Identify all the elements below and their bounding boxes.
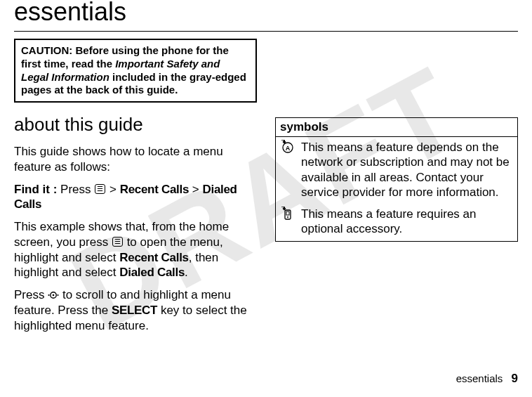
menu-key-icon: ☰ bbox=[95, 184, 105, 194]
svg-point-2 bbox=[48, 294, 50, 295]
footer-label: essentials bbox=[456, 372, 503, 384]
caution-prefix: CAUTION: bbox=[21, 44, 72, 56]
page-footer: essentials 9 bbox=[456, 372, 518, 386]
menu-key-icon: ☰ bbox=[112, 237, 123, 247]
sep-1: > bbox=[106, 183, 119, 196]
menu-item-recent-calls: Recent Calls bbox=[120, 183, 189, 196]
network-dependent-icon: A bbox=[280, 140, 295, 200]
caution-box: CAUTION: Before using the phone for the … bbox=[14, 39, 257, 103]
find-it-line: Find it : Press ☰ > Recent Calls > Diale… bbox=[14, 182, 257, 213]
symbols-header: symbols bbox=[276, 118, 517, 137]
intro-paragraph: This guide shows how to locate a menu fe… bbox=[14, 144, 257, 175]
section-heading: about this guide bbox=[14, 114, 257, 136]
horizontal-rule bbox=[14, 31, 518, 32]
table-row: This means a feature requires an optiona… bbox=[276, 204, 517, 241]
svg-point-9 bbox=[287, 216, 288, 218]
accessory-required-icon bbox=[280, 207, 295, 237]
svg-point-1 bbox=[53, 294, 55, 296]
chapter-title: essentials bbox=[14, 0, 518, 27]
select-key-label: SELECT bbox=[112, 304, 157, 317]
right-column: symbols A This means a feature depends o… bbox=[275, 39, 518, 340]
find-it-label: Find it : bbox=[14, 183, 57, 196]
symbol-text-network: This means a feature depends on the netw… bbox=[301, 140, 513, 200]
ex-d: . bbox=[185, 266, 188, 279]
dialed-calls-inline: Dialed Calls bbox=[119, 266, 185, 279]
nav-paragraph: Press to scroll to and highlight a menu … bbox=[14, 287, 257, 333]
symbols-table: symbols A This means a feature depends o… bbox=[275, 117, 518, 242]
page-content: essentials CAUTION: Before using the pho… bbox=[0, 0, 532, 354]
symbol-text-accessory: This means a feature requires an optiona… bbox=[301, 207, 513, 237]
svg-text:A: A bbox=[286, 145, 291, 152]
page-number: 9 bbox=[512, 372, 518, 385]
table-row: A This means a feature depends on the ne… bbox=[276, 137, 517, 204]
sep-2: > bbox=[189, 183, 202, 196]
example-paragraph: This example shows that, from the home s… bbox=[14, 219, 257, 280]
nav-a: Press bbox=[14, 288, 48, 301]
recent-calls-inline: Recent Calls bbox=[119, 251, 188, 264]
nav-key-icon bbox=[48, 289, 59, 301]
svg-rect-8 bbox=[286, 211, 289, 215]
svg-point-3 bbox=[58, 294, 59, 295]
find-it-press: Press bbox=[57, 183, 94, 196]
left-column: CAUTION: Before using the phone for the … bbox=[14, 39, 257, 340]
